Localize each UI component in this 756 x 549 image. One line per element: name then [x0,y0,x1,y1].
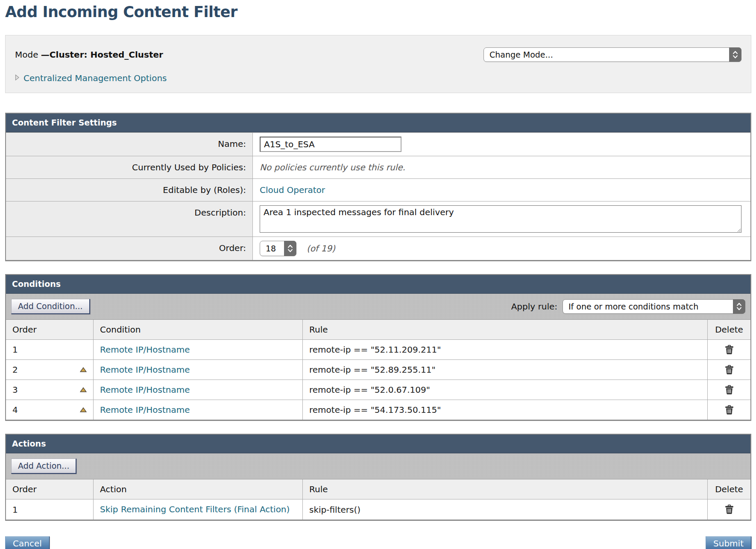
centralized-management-options-link[interactable]: Centralized Management Options [23,73,167,83]
policies-value-cell: No policies currently use this rule. [253,156,750,178]
condition-row-rule: remote-ip == "52.89.255.11" [303,359,708,380]
trash-icon[interactable] [725,345,734,355]
action-link[interactable]: Skip Remaining Content Filters (Final Ac… [100,504,290,515]
condition-row-delete [708,359,750,380]
move-up-icon[interactable] [80,387,87,392]
mode-panel: Mode —Cluster: Hosted_Cluster Change Mod… [5,35,751,93]
condition-row-order: 2 [6,359,94,380]
content-filter-settings-section: Content Filter Settings Name: Currently … [5,113,751,261]
add-action-button[interactable]: Add Action... [11,458,76,474]
actions-table: Order Action Rule Delete 1 Skip Remainin… [6,479,750,520]
action-row-rule: skip-filters() [303,499,708,520]
col-header-order: Order [6,479,94,499]
condition-row-condition: Remote IP/Hostname [94,380,303,400]
mode-text: Mode —Cluster: Hosted_Cluster [15,50,163,60]
condition-row-delete [708,400,750,420]
editable-roles-link[interactable]: Cloud Operator [260,185,325,195]
order-value-cell: 18 (of 19) [253,237,750,260]
move-up-icon[interactable] [80,407,87,412]
mode-value: —Cluster: Hosted_Cluster [41,50,163,60]
action-row-delete [708,499,750,520]
description-row: Description: Area 1 inspected messages f… [6,201,750,237]
conditions-section: Conditions Add Condition... Apply rule: … [5,274,751,421]
description-label: Description: [6,201,253,237]
actions-toolbar: Add Action... [6,453,750,479]
change-mode-select-value: Change Mode... [489,50,553,59]
settings-section-header: Content Filter Settings [6,114,750,132]
order-number: 2 [12,365,18,375]
condition-row-delete [708,380,750,400]
order-label: Order: [6,237,253,260]
apply-rule-select[interactable]: If one or more conditions match [563,299,745,314]
condition-link[interactable]: Remote IP/Hostname [100,365,190,375]
action-row-action: Skip Remaining Content Filters (Final Ac… [94,499,303,520]
trash-icon[interactable] [725,405,734,415]
select-stepper-icon [284,241,296,256]
condition-row-order: 4 [6,400,94,420]
col-header-delete: Delete [708,320,750,339]
editable-row: Editable by (Roles): Cloud Operator [6,178,750,201]
name-input[interactable] [260,137,401,152]
col-header-delete: Delete [708,479,750,499]
trash-icon[interactable] [725,505,734,514]
order-number: 1 [12,505,18,515]
policies-value: No policies currently use this rule. [260,162,405,172]
col-header-action: Action [94,479,303,499]
description-textarea[interactable]: Area 1 inspected messages for final deli… [260,205,741,233]
trash-icon[interactable] [725,385,734,395]
condition-row-order: 3 [6,380,94,400]
action-row-order: 1 [6,499,94,520]
policies-row: Currently Used by Policies: No policies … [6,156,750,178]
footer-buttons: Cancel Submit [5,536,751,549]
order-number: 4 [12,405,18,415]
mode-label: Mode [15,50,41,60]
change-mode-select[interactable]: Change Mode... [483,47,741,62]
condition-row-rule: remote-ip == "52.11.209.211" [303,339,708,359]
centralized-management-row: Centralized Management Options [15,73,741,83]
apply-rule-group: Apply rule: If one or more conditions ma… [511,299,745,314]
select-stepper-icon [733,299,745,314]
order-number: 1 [12,345,18,355]
col-header-rule: Rule [303,320,708,339]
condition-row-delete [708,339,750,359]
policies-label: Currently Used by Policies: [6,156,253,178]
condition-row-order: 1 [6,339,94,359]
condition-row-condition: Remote IP/Hostname [94,339,303,359]
move-up-icon[interactable] [80,367,87,372]
condition-row-condition: Remote IP/Hostname [94,400,303,420]
conditions-toolbar: Add Condition... Apply rule: If one or m… [6,294,750,320]
submit-button[interactable]: Submit [706,536,751,549]
condition-row-rule: remote-ip == "54.173.50.115" [303,400,708,420]
editable-value-cell: Cloud Operator [253,179,750,201]
conditions-table: Order Condition Rule Delete 1 Remote IP/… [6,320,750,420]
condition-row-rule: remote-ip == "52.0.67.109" [303,380,708,400]
cancel-button[interactable]: Cancel [5,536,50,549]
order-number: 3 [12,385,18,395]
editable-label: Editable by (Roles): [6,179,253,201]
name-label: Name: [6,133,253,156]
col-header-rule: Rule [303,479,708,499]
condition-link[interactable]: Remote IP/Hostname [100,345,190,355]
order-select[interactable]: 18 [260,241,296,256]
condition-row-condition: Remote IP/Hostname [94,359,303,380]
order-select-value: 18 [266,244,276,253]
mode-row: Mode —Cluster: Hosted_Cluster Change Mod… [15,47,741,62]
condition-link[interactable]: Remote IP/Hostname [100,385,190,395]
name-value-cell [253,133,750,156]
add-condition-button[interactable]: Add Condition... [11,299,90,314]
order-total: (of 19) [307,243,335,254]
page-title: Add Incoming Content Filter [5,3,751,20]
actions-section: Actions Add Action... Order Action Rule … [5,434,751,521]
trash-icon[interactable] [725,365,734,375]
col-header-order: Order [6,320,94,339]
apply-rule-label: Apply rule: [511,301,557,312]
apply-rule-select-value: If one or more conditions match [568,302,698,311]
order-row: Order: 18 (of 19) [6,237,750,260]
description-value-cell: Area 1 inspected messages for final deli… [253,201,750,237]
disclosure-triangle-icon[interactable] [15,74,20,82]
select-stepper-icon [729,47,741,62]
page: Add Incoming Content Filter Mode —Cluste… [5,3,751,549]
actions-section-header: Actions [6,435,750,453]
condition-link[interactable]: Remote IP/Hostname [100,405,190,415]
name-row: Name: [6,132,750,156]
